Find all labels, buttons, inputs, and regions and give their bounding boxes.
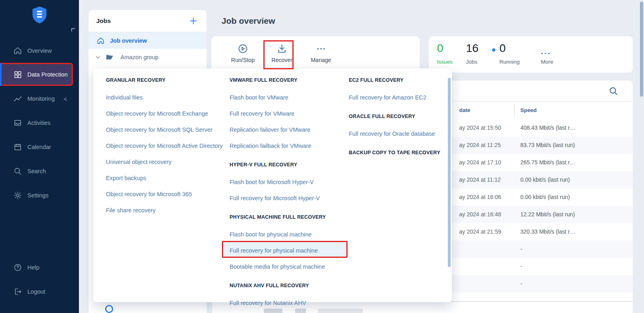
menu-item-full-recovery-physical[interactable]: Full recovery for physical machine xyxy=(230,247,350,263)
sidebar-item-logout[interactable]: Logout xyxy=(0,283,79,301)
stat-issues[interactable]: 0 Issues xyxy=(437,36,465,73)
menu-item-full-recovery-ec2[interactable]: Full recovery for Amazon EC2 xyxy=(349,94,449,110)
app-root: Overview Data Protection Monitoring < Ac… xyxy=(0,0,644,313)
sidebar-item-label: Overview xyxy=(27,48,52,54)
sidebar-item-label: Logout xyxy=(27,288,45,295)
menu-section-header: PHYSICAL MACHINE FULL RECOVERY xyxy=(230,214,350,230)
home-icon xyxy=(13,46,22,55)
sidebar-item-settings[interactable]: Settings xyxy=(0,187,79,204)
chevron-down-icon[interactable] xyxy=(95,54,101,60)
jobs-tree-item-label: Job overview xyxy=(110,37,147,44)
sidebar-item-label: Activities xyxy=(27,120,50,126)
run-date-cell: ay 2024 at 21:59 xyxy=(459,228,501,235)
active-indicator-bar xyxy=(0,63,2,86)
menu-item-flash-boot-vmware[interactable]: Flash boot for VMware xyxy=(230,94,350,110)
refresh-icon-fragment xyxy=(105,305,113,313)
running-label: Running xyxy=(499,59,520,65)
question-circle-icon xyxy=(13,263,22,272)
run-stop-button[interactable]: Run/Stop xyxy=(224,41,262,68)
menu-item-object-recovery-m365[interactable]: Object recovery for Microsoft 365 xyxy=(106,191,227,207)
home-icon xyxy=(97,37,105,45)
run-stop-label: Run/Stop xyxy=(231,57,255,63)
add-job-button[interactable] xyxy=(189,17,198,25)
menu-item-flash-boot-hyperv[interactable]: Flash boot for Microsoft Hyper-V xyxy=(230,178,350,195)
speed-cell: 83.73 Mbit/s (last run) xyxy=(520,142,575,148)
search-icon[interactable] xyxy=(609,86,618,96)
ellipsis-icon xyxy=(316,44,326,54)
menu-item-file-share-recovery[interactable]: File share recovery xyxy=(106,207,227,223)
speed-cell: 0.00 kbit/s (last run) xyxy=(520,194,570,200)
grid-icon xyxy=(13,70,22,79)
column-header-date[interactable]: date xyxy=(459,107,470,113)
recover-button[interactable]: Recover xyxy=(263,41,301,68)
sidebar-item-data-protection[interactable]: Data Protection xyxy=(0,63,73,86)
column-header-speed[interactable]: Speed xyxy=(520,107,537,113)
sidebar-item-calendar[interactable]: Calendar xyxy=(0,138,79,156)
menu-item-universal-object-recovery[interactable]: Universal object recovery xyxy=(106,158,227,174)
menu-item-flash-boot-physical[interactable]: Flash boot for physical machine xyxy=(230,231,350,247)
recover-label: Recover xyxy=(271,57,292,63)
jobs-tree-item-amazon-group[interactable]: Amazon group xyxy=(89,49,207,65)
job-actions-toolbar: Run/Stop Recover Manage xyxy=(211,36,420,73)
menu-item-object-recovery-ad[interactable]: Object recovery for Microsoft Active Dir… xyxy=(106,142,227,158)
more-ellipsis-icon: ... xyxy=(541,47,551,56)
menu-section-header: ORACLE FULL RECOVERY xyxy=(349,113,449,129)
menu-item-full-recovery-nutanix[interactable]: Full recovery for Nutanix AHV xyxy=(230,299,350,313)
recover-dropdown-menu: GRANULAR RECOVERY Individual files Objec… xyxy=(93,68,452,302)
menu-column-cloud-recovery: EC2 FULL RECOVERY Full recovery for Amaz… xyxy=(349,68,449,166)
gear-icon xyxy=(13,191,22,200)
search-icon xyxy=(13,167,22,176)
sidebar-item-search[interactable]: Search xyxy=(0,162,79,180)
menu-item-individual-files[interactable]: Individual files xyxy=(106,94,227,110)
menu-section-header: GRANULAR RECOVERY xyxy=(106,77,227,93)
dropdown-scrollbar-thumb[interactable] xyxy=(448,78,451,267)
chevron-left-icon[interactable]: < xyxy=(64,95,67,102)
app-logo xyxy=(0,6,79,26)
job-summary-card: 0 Issues 16 Jobs 0 Running ... More xyxy=(429,36,633,73)
sidebar-collapse-handle-icon[interactable] xyxy=(71,28,75,31)
menu-item-replication-failback-vmware[interactable]: Replication failback for VMware xyxy=(230,142,350,158)
menu-item-object-recovery-exchange[interactable]: Object recovery for Microsoft Exchange xyxy=(106,110,227,126)
speed-cell: 265.75 Mbit/s (last r… xyxy=(520,159,576,166)
column-divider[interactable] xyxy=(514,105,515,116)
page-scrollbar-thumb[interactable] xyxy=(640,2,643,97)
stat-running[interactable]: 0 Running xyxy=(499,36,532,73)
run-date-cell: ay 2024 at 11:12 xyxy=(459,176,501,183)
menu-item-export-backups[interactable]: Export backups xyxy=(106,174,227,191)
play-circle-icon xyxy=(238,44,248,54)
page-title: Job overview xyxy=(222,16,275,26)
menu-item-full-recovery-vmware[interactable]: Full recovery for VMware xyxy=(230,110,350,126)
jobs-tree-item-job-overview[interactable]: Job overview xyxy=(89,32,207,49)
sidebar-item-label: Calendar xyxy=(27,144,51,150)
menu-item-bootable-media-physical[interactable]: Bootable media for physical machine xyxy=(230,263,350,279)
speed-cell: 12.22 Mbit/s (last run) xyxy=(520,211,575,218)
menu-item-full-recovery-oracle[interactable]: Full recovery for Oracle database xyxy=(349,130,449,146)
manage-label: Manage xyxy=(311,57,331,63)
menu-section-header: BACKUP COPY TO TAPE RECOVERY xyxy=(349,149,449,165)
calendar-icon xyxy=(13,143,22,151)
stat-more[interactable]: ... More xyxy=(541,36,569,73)
stat-jobs[interactable]: 16 Jobs xyxy=(466,36,494,73)
menu-section-header: VMWARE FULL RECOVERY xyxy=(230,77,350,93)
jobs-panel-title: Jobs xyxy=(96,17,111,25)
run-date-cell: ay 2024 at 17:10 xyxy=(459,159,501,166)
menu-item-object-recovery-sql[interactable]: Object recovery for Microsoft SQL Server xyxy=(106,126,227,142)
run-date-cell: ay 2024 at 16:06 xyxy=(459,194,501,200)
speed-cell: 408.43 Mbit/s (last r… xyxy=(520,124,576,131)
pulse-chart-icon xyxy=(13,94,22,103)
speed-cell: - xyxy=(520,263,522,269)
sidebar-item-label: Monitoring xyxy=(27,95,55,102)
menu-section-header: NUTANIX AHV FULL RECOVERY xyxy=(230,282,350,298)
jobs-label: Jobs xyxy=(466,59,478,65)
sidebar-item-label: Data Protection xyxy=(27,71,68,78)
sidebar-item-help[interactable]: Help xyxy=(0,259,79,276)
menu-item-replication-failover-vmware[interactable]: Replication failover for VMware xyxy=(230,126,350,142)
menu-item-full-recovery-hyperv[interactable]: Full recovery for Microsoft Hyper-V xyxy=(230,195,350,211)
download-icon xyxy=(277,44,287,54)
manage-button[interactable]: Manage xyxy=(302,41,340,68)
sidebar-item-monitoring[interactable]: Monitoring < xyxy=(0,90,79,108)
sidebar-item-activities[interactable]: Activities xyxy=(0,114,79,132)
sidebar-item-overview[interactable]: Overview xyxy=(0,42,79,60)
menu-section-header: EC2 FULL RECOVERY xyxy=(349,77,449,93)
speed-cell: 0.00 kbit/s (last run) xyxy=(520,176,570,183)
